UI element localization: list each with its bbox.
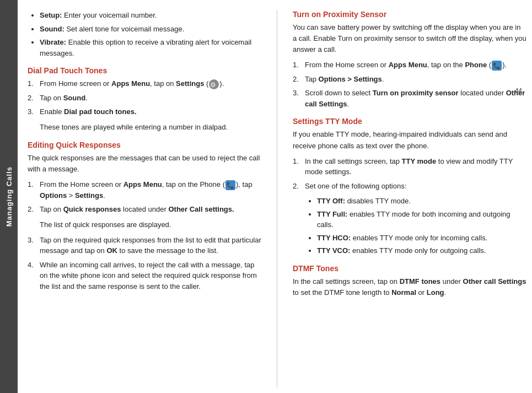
phone-icon bbox=[225, 180, 235, 190]
step-text: Set one of the following options: bbox=[305, 181, 526, 192]
list-item: Sound: Set alert tone for voicemail mess… bbox=[40, 24, 261, 35]
list-item: 1. In the call settings screen, tap TTY … bbox=[293, 156, 526, 177]
tty-steps: 1. In the call settings screen, tap TTY … bbox=[293, 156, 526, 192]
step-text: From Home screen or Apps Menu, tap on Se… bbox=[40, 78, 261, 89]
tty-heading: Settings TTY Mode bbox=[293, 117, 526, 126]
main-content: Setup: Enter your voicemail number. Soun… bbox=[18, 0, 532, 393]
step-num: 1. bbox=[293, 60, 302, 71]
proximity-heading: Turn on Proximity Sensor bbox=[293, 10, 526, 19]
list-item: 2. Set one of the following options: bbox=[293, 181, 526, 192]
list-item: 3. Scroll down to select Turn on proximi… bbox=[293, 88, 526, 109]
left-column: Setup: Enter your voicemail number. Soun… bbox=[28, 10, 277, 387]
step-num: 1. bbox=[293, 156, 302, 177]
step-num: 3. bbox=[28, 235, 36, 256]
step-num: 3. bbox=[28, 106, 36, 117]
proximity-steps: 1. From the Home screen or Apps Menu, ta… bbox=[293, 60, 526, 109]
dial-pad-note: These tones are played while entering a … bbox=[40, 122, 261, 133]
step-text: From the Home screen or Apps Menu, tap o… bbox=[40, 179, 261, 201]
step-num: 2. bbox=[293, 74, 302, 85]
step-text: Tap on the required quick responses from… bbox=[40, 235, 261, 256]
sound-text: Set alert tone for voicemail message. bbox=[66, 25, 184, 33]
tty-intro: If you enable TTY mode, hearing-impaired… bbox=[293, 129, 526, 151]
dial-pad-steps: 1. From Home screen or Apps Menu, tap on… bbox=[28, 78, 261, 117]
list-item: 2. Tap on Quick responses located under … bbox=[28, 204, 261, 215]
editing-steps: 1. From the Home screen or Apps Menu, ta… bbox=[28, 179, 261, 215]
step-text: In the call settings screen, tap TTY mod… bbox=[305, 156, 526, 177]
step-text: Enable Dial pad touch tones. bbox=[40, 106, 261, 117]
step-text: Scroll down to select Turn on proximity … bbox=[305, 88, 526, 109]
editing-heading: Editing Quick Responses bbox=[28, 141, 261, 149]
proximity-intro: You can save battery power by switching … bbox=[293, 22, 526, 55]
step-text: Tap on Quick responses located under Oth… bbox=[40, 204, 261, 215]
editing-note: The list of quick responses are displaye… bbox=[40, 219, 261, 230]
list-item: 2. Tap on Sound. bbox=[28, 93, 261, 104]
sound-bold: Sound: bbox=[40, 25, 65, 33]
vibrate-text: Enable this option to receive a vibratin… bbox=[40, 38, 251, 57]
list-item: TTY VCO: enables TTY mode only for outgo… bbox=[317, 245, 526, 256]
phone-icon bbox=[492, 61, 502, 71]
list-item: Vibrate: Enable this option to receive a… bbox=[40, 37, 261, 58]
list-item: 4. While an incoming call arrives, to re… bbox=[28, 260, 261, 292]
list-item: 2. Tap Options > Settings. bbox=[293, 74, 526, 85]
step-num: 1. bbox=[28, 78, 36, 89]
vibrate-bold: Vibrate: bbox=[40, 38, 66, 46]
step-num: 2. bbox=[28, 93, 36, 104]
tty-bullets: TTY Off: disables TTY mode. TTY Full: en… bbox=[305, 196, 526, 256]
settings-icon bbox=[209, 79, 219, 89]
editing-intro: The quick responses are the messages tha… bbox=[28, 153, 261, 175]
list-item: Setup: Enter your voicemail number. bbox=[40, 10, 261, 21]
dtmf-text: In the call settings screen, tap on DTMF… bbox=[293, 276, 526, 298]
step-num: 1. bbox=[28, 179, 36, 201]
list-item: TTY Off: disables TTY mode. bbox=[317, 196, 526, 207]
voicemail-bullets: Setup: Enter your voicemail number. Soun… bbox=[28, 10, 261, 58]
step-text: Tap on Sound. bbox=[40, 93, 261, 104]
setup-bold: Setup: bbox=[40, 11, 62, 19]
step-num: 3. bbox=[293, 88, 302, 109]
step-num: 4. bbox=[28, 260, 36, 292]
step-text: From the Home screen or Apps Menu, tap o… bbox=[305, 60, 526, 71]
step-num: 2. bbox=[293, 181, 302, 192]
list-item: 3. Tap on the required quick responses f… bbox=[28, 235, 261, 256]
step-text: Tap Options > Settings. bbox=[305, 74, 526, 85]
dial-pad-heading: Dial Pad Touch Tones bbox=[28, 66, 261, 75]
right-column: Turn on Proximity Sensor You can save ba… bbox=[277, 10, 526, 387]
list-item: TTY Full: enables TTY mode for both inco… bbox=[317, 209, 526, 230]
list-item: 1. From the Home screen or Apps Menu, ta… bbox=[293, 60, 526, 71]
sidebar-label: Managing Calls bbox=[5, 166, 13, 227]
list-item: 1. From the Home screen or Apps Menu, ta… bbox=[28, 179, 261, 201]
dtmf-heading: DTMF Tones bbox=[293, 264, 526, 273]
editing-steps-2: 3. Tap on the required quick responses f… bbox=[28, 235, 261, 292]
page-number: 44 bbox=[515, 87, 522, 95]
list-item: TTY HCO: enables TTY mode only for incom… bbox=[317, 233, 526, 244]
step-num: 2. bbox=[28, 204, 36, 215]
step-text: While an incoming call arrives, to rejec… bbox=[40, 260, 261, 292]
sidebar: Managing Calls bbox=[0, 0, 18, 393]
list-item: 3. Enable Dial pad touch tones. bbox=[28, 106, 261, 117]
setup-text: Enter your voicemail number. bbox=[64, 11, 157, 19]
list-item: 1. From Home screen or Apps Menu, tap on… bbox=[28, 78, 261, 89]
